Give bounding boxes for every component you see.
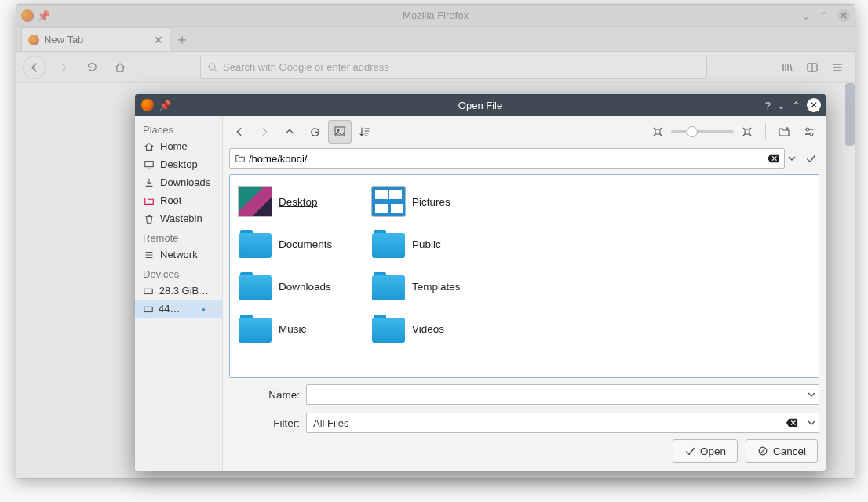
sidebar-button[interactable] — [801, 56, 823, 78]
name-input[interactable] — [306, 384, 819, 405]
path-accept-icon[interactable] — [802, 148, 819, 169]
file-item-downloads[interactable]: Downloads — [236, 266, 370, 307]
file-item-documents[interactable]: Documents — [236, 224, 370, 264]
sidebar-item-label: Root — [160, 195, 181, 206]
filter-dropdown-icon[interactable] — [808, 419, 815, 427]
file-item-templates[interactable]: Templates — [370, 266, 503, 307]
sidebar-item-label: Wastebin — [160, 213, 202, 224]
sidebar-item-28-3-gib-h-[interactable]: 28.3 GiB H… — [135, 282, 222, 300]
minimize-icon[interactable]: ⌄ — [800, 9, 812, 22]
download-icon — [143, 177, 155, 188]
sort-button[interactable] — [353, 120, 377, 144]
folder-icon — [372, 315, 405, 343]
folder-icon — [372, 272, 405, 300]
firefox-logo-icon — [28, 35, 39, 45]
dialog-title: Open File — [458, 100, 502, 111]
nav-forward-button[interactable] — [253, 120, 276, 144]
sidebar-item-label: Desktop — [160, 158, 198, 170]
sidebar-item-home[interactable]: Home — [135, 137, 222, 155]
filter-input[interactable]: All Files — [306, 413, 819, 433]
file-label: Templates — [412, 281, 461, 293]
maximize-icon[interactable]: ⌃ — [819, 9, 831, 22]
cancel-label: Cancel — [773, 446, 806, 457]
firefox-titlebar: 📌 Mozilla Firefox ⌄ ⌃ ✕ — [16, 5, 855, 27]
sidebar-item-wastebin[interactable]: Wastebin — [135, 209, 222, 227]
zoom-slider[interactable] — [671, 130, 734, 133]
folder-icon — [143, 195, 155, 206]
file-label: Documents — [279, 238, 332, 250]
menu-button[interactable] — [826, 56, 848, 78]
sidebar-item-network[interactable]: Network — [135, 246, 222, 264]
firefox-tabstrip: New Tab ✕ ＋ — [16, 27, 855, 52]
clear-filter-icon[interactable] — [786, 417, 798, 428]
firefox-logo-icon — [141, 99, 154, 111]
tab-close-icon[interactable]: ✕ — [154, 34, 163, 46]
dialog-titlebar: 📌 Open File ? ⌄ ⌃ ✕ — [135, 94, 826, 116]
zoom-out-icon[interactable] — [646, 120, 669, 144]
pin-icon[interactable]: 📌 — [159, 100, 171, 111]
sidebar-item-root[interactable]: Root — [135, 191, 222, 209]
firefox-tab-label: New Tab — [44, 34, 83, 45]
close-icon[interactable]: ✕ — [837, 9, 850, 22]
path-dropdown-icon[interactable] — [785, 148, 799, 169]
scrollbar[interactable] — [845, 83, 855, 146]
library-button[interactable] — [776, 56, 798, 78]
reload-button[interactable] — [303, 120, 326, 144]
close-icon[interactable]: ✕ — [807, 98, 821, 112]
open-button[interactable]: Open — [673, 439, 738, 463]
cancel-button[interactable]: Cancel — [746, 439, 818, 463]
minimize-icon[interactable]: ⌄ — [777, 100, 786, 111]
home-button[interactable] — [109, 56, 131, 78]
path-input[interactable]: /home/konqi/ — [229, 148, 785, 169]
file-item-pictures[interactable]: Pictures — [370, 181, 503, 222]
file-label: Downloads — [279, 281, 331, 293]
new-folder-button[interactable] — [772, 120, 796, 144]
reload-button[interactable] — [81, 56, 103, 78]
dialog-buttons: Open Cancel — [223, 439, 826, 471]
desktop-icon — [143, 159, 155, 170]
nav-back-button[interactable] — [228, 120, 251, 144]
address-placeholder: Search with Google or enter address — [223, 61, 389, 73]
cancel-icon — [757, 446, 768, 457]
svg-point-11 — [806, 128, 809, 131]
clear-path-icon[interactable] — [767, 153, 779, 164]
file-label: Videos — [412, 323, 444, 335]
filter-row: Filter: All Files — [229, 413, 819, 433]
firefox-logo-icon — [21, 9, 34, 22]
sidebar-item-desktop[interactable]: Desktop — [135, 155, 222, 173]
help-icon[interactable]: ? — [765, 100, 771, 111]
maximize-icon[interactable]: ⌃ — [792, 100, 801, 111]
folder-icon — [239, 315, 272, 343]
settings-button[interactable] — [797, 120, 821, 144]
svg-point-6 — [151, 308, 151, 309]
file-item-videos[interactable]: Videos — [370, 308, 503, 349]
forward-button[interactable] — [53, 56, 75, 78]
search-icon — [207, 62, 218, 73]
file-item-public[interactable]: Public — [370, 224, 503, 264]
address-bar[interactable]: Search with Google or enter address — [200, 56, 707, 79]
file-item-music[interactable]: Music — [236, 308, 370, 349]
nav-up-button[interactable] — [278, 120, 301, 144]
sidebar-item-downloads[interactable]: Downloads — [135, 173, 222, 191]
remote-header: Remote — [135, 227, 222, 246]
filter-value: All Files — [313, 417, 349, 429]
back-button[interactable] — [23, 56, 46, 79]
path-row: /home/konqi/ — [229, 147, 819, 169]
pin-icon[interactable]: 📌 — [37, 9, 50, 22]
sidebar-item-448-0-gib-[interactable]: 448.0 GiB … — [135, 300, 222, 318]
svg-rect-10 — [745, 129, 749, 134]
icon-view-button[interactable] — [328, 120, 352, 144]
firefox-toolbar: Search with Google or enter address — [16, 52, 855, 83]
file-list[interactable]: DesktopDocumentsDownloadsMusicPicturesPu… — [229, 174, 819, 378]
file-item-desktop[interactable]: Desktop — [236, 181, 370, 222]
zoom-in-icon[interactable] — [735, 120, 759, 144]
name-dropdown-icon[interactable] — [808, 391, 815, 398]
slider-thumb[interactable] — [687, 126, 698, 137]
path-text: /home/konqi/ — [249, 153, 307, 165]
svg-point-8 — [337, 129, 340, 132]
new-tab-button[interactable]: ＋ — [170, 27, 194, 51]
firefox-tab[interactable]: New Tab ✕ — [21, 27, 170, 51]
home-icon — [143, 141, 155, 152]
name-row: Name: — [229, 384, 819, 405]
dialog-toolbar — [223, 116, 826, 147]
